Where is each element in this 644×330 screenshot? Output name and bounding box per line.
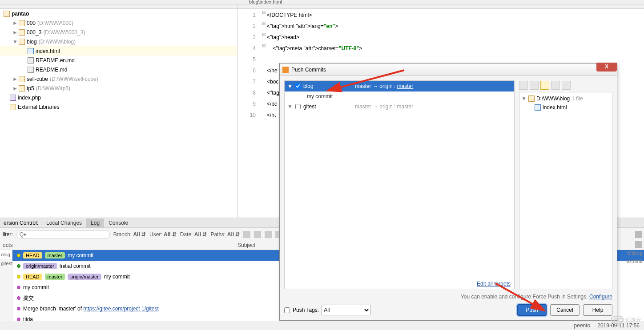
app-icon	[282, 67, 289, 73]
tree-item-readme-md[interactable]: README.md	[0, 65, 237, 74]
root-olog[interactable]: olog	[0, 250, 12, 259]
diff-icon[interactable]	[635, 231, 642, 238]
expand-icon[interactable]	[551, 81, 560, 90]
push-tags-checkbox[interactable]	[284, 307, 290, 313]
repo-row-blog[interactable]: ▼blogmaster → origin : master	[285, 81, 514, 91]
edit-all-targets-link[interactable]: Edit all targets	[477, 281, 511, 287]
status-path: W\blog	[627, 250, 642, 256]
vc-label: ersion Control:	[0, 220, 42, 226]
project-tree-panel: pantao►000 (D:\WWW\000)►000_3 (D:\WWW\00…	[0, 4, 238, 218]
dialog-title: Push Commits	[291, 67, 326, 73]
editor-tabs	[238, 4, 644, 9]
repo-checkbox[interactable]	[295, 104, 301, 109]
root-gitest[interactable]: gitest	[0, 259, 12, 268]
editor-gutter: 12345678910	[238, 9, 260, 218]
refresh-icon[interactable]	[265, 231, 272, 238]
repo-row-gitest[interactable]: ▼gitestmaster → origin : master	[285, 101, 514, 112]
tree-item-blog[interactable]: ▼blog (D:\WWW\blog)	[0, 37, 237, 46]
editor-tab-label[interactable]: blog\index.html	[249, 0, 282, 4]
cancel-button[interactable]: Cancel	[550, 304, 580, 316]
group-icon[interactable]	[540, 81, 549, 90]
commit-row[interactable]: my commit	[285, 91, 514, 101]
collapse-icon[interactable]	[562, 81, 571, 90]
files-root-label: D:\WWW\blog	[536, 95, 570, 102]
status-bar: peento 2019-09-11 17:56	[0, 321, 644, 330]
roots-column: ologgitest	[0, 250, 12, 321]
push-files-panel: ▼ D:\WWW\blog 1 file index.html	[519, 92, 612, 289]
push-commits-dialog: Push Commits X ▼blogmaster → origin : ma…	[279, 63, 617, 321]
watermark-logo-icon	[611, 316, 624, 324]
tab-log[interactable]: Log	[86, 219, 104, 227]
tree-item-index-php[interactable]: index.php	[0, 93, 237, 102]
tree-item-tp5[interactable]: ►tp5 (D:\WWW\tp5)	[0, 83, 237, 93]
push-tags-label: Push Tags:	[293, 307, 319, 313]
file-tools	[519, 80, 612, 90]
right-tool-strip: W\blog ex.html	[617, 231, 644, 264]
tree-item-readme-en-md[interactable]: README.en.md	[0, 56, 237, 65]
push-button[interactable]: Push	[517, 304, 547, 316]
project-header	[0, 4, 237, 9]
graph-icon[interactable]	[243, 231, 250, 238]
tree-item-index-html[interactable]: index.html	[0, 46, 237, 56]
tree-item-sell-cube[interactable]: ►sell-cube (D:\WWW\sell-cube)	[0, 74, 237, 83]
repo-checkbox[interactable]	[295, 83, 301, 89]
folder-icon	[528, 95, 535, 102]
editor-fold: ⊟⊟⊟⊟	[260, 9, 267, 218]
tree-item-external-libraries[interactable]: External Libraries	[0, 102, 237, 111]
filter-label: ilter:	[3, 231, 13, 238]
tab-console[interactable]: Console	[104, 219, 133, 227]
copy-icon[interactable]	[530, 81, 539, 90]
tree-item-000[interactable]: ►000 (D:\WWW\000)	[0, 18, 237, 28]
help-button[interactable]: Help	[583, 304, 612, 316]
folder-arrow-icon[interactable]: ▼	[521, 95, 527, 102]
file-item[interactable]: index.html	[543, 104, 567, 111]
lock-icon[interactable]	[519, 81, 528, 90]
status-file: ex.html	[627, 258, 642, 264]
file-icon	[535, 104, 541, 111]
cherry-pick-icon[interactable]	[254, 231, 261, 238]
status-user: peento	[574, 322, 591, 329]
push-tags-select[interactable]: All	[322, 305, 370, 315]
push-repos-panel: ▼blogmaster → origin : mastermy commit▼g…	[284, 80, 515, 289]
roots-header: oots	[0, 241, 12, 250]
subject-header: Subject	[235, 241, 258, 250]
filter-search-input[interactable]	[16, 230, 110, 239]
top-toolbar: blog\index.html	[0, 0, 644, 4]
tab-local-changes[interactable]: Local Changes	[42, 219, 86, 227]
configure-link[interactable]: Configure	[589, 294, 612, 300]
undo-icon[interactable]	[635, 241, 642, 248]
watermark: 亿速云	[611, 316, 641, 324]
tree-item-000-3[interactable]: ►000_3 (D:\WWW\000_3)	[0, 28, 237, 37]
files-count: 1 file	[572, 95, 583, 102]
project-root[interactable]: pantao	[0, 9, 237, 18]
dialog-titlebar: Push Commits X	[280, 64, 617, 76]
close-icon[interactable]: X	[596, 63, 617, 72]
force-push-hint: You can enable and configure Force Push …	[280, 294, 617, 300]
